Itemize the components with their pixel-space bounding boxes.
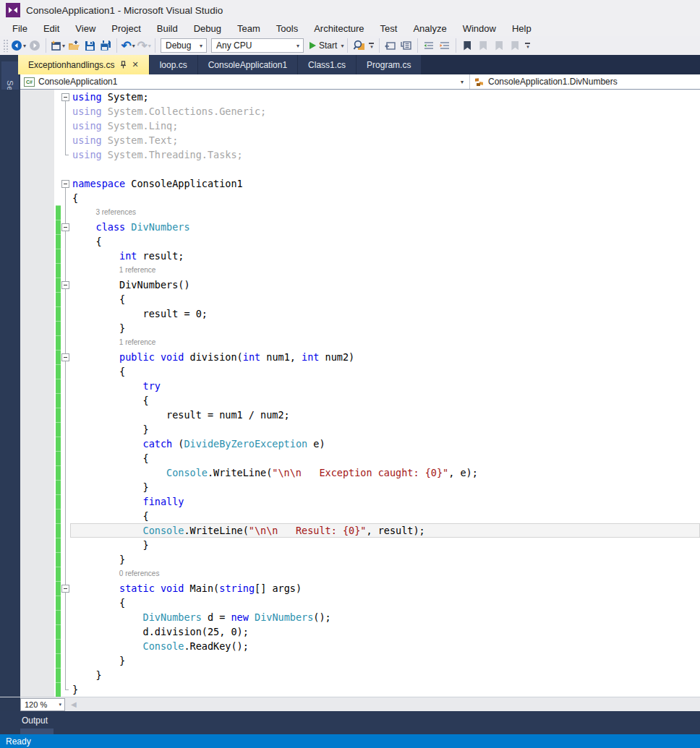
code-row[interactable]: } [0,422,700,437]
menu-item-analyze[interactable]: Analyze [405,22,454,35]
new-project-button[interactable]: ▾ [49,38,66,53]
member-dropdown[interactable]: ConsoleApplication1.DivNumbers [470,74,700,89]
find-in-files-button[interactable] [351,38,367,53]
code-row[interactable]: Console.ReadKey(); [0,639,700,653]
menu-item-debug[interactable]: Debug [186,22,229,35]
code-row[interactable]: using System.Text; [0,133,700,147]
codelens-row[interactable]: 0 references [0,567,700,581]
redo-dropdown[interactable]: ▾ [148,43,151,49]
navigate-forward-button[interactable] [27,38,43,53]
code-row[interactable]: } [0,682,700,697]
navigate-backward-dropdown[interactable]: ▾ [23,43,26,49]
code-row[interactable]: DivNumbers() [0,278,700,292]
previous-bookmark-button[interactable] [475,38,491,53]
editor-zoom-combo[interactable]: 120 % ▾ [20,698,65,711]
code-row[interactable]: } [0,480,700,494]
menu-item-test[interactable]: Test [372,22,406,35]
decrease-indent-button[interactable] [421,38,437,53]
start-debugging-button[interactable]: Start ▾ [306,38,344,53]
clear-bookmarks-button[interactable] [507,38,523,53]
code-row[interactable]: static void Main(string[] args) [0,581,700,596]
solution-configuration-combo[interactable]: Debug ▾ [161,38,207,53]
uncomment-selection-button[interactable] [398,38,414,53]
toggle-bookmark-button[interactable] [459,38,475,53]
document-tab-consoleapplication1[interactable]: ConsoleApplication1 [198,55,297,74]
code-row[interactable]: d.division(25, 0); [0,624,700,639]
codelens-row[interactable]: 3 references [0,205,700,220]
code-row[interactable]: DivNumbers d = new DivNumbers(); [0,610,700,624]
code-editor[interactable]: using System;using System.Collections.Ge… [0,90,700,697]
fold-collapse-icon[interactable] [61,281,69,289]
save-all-button[interactable] [98,38,114,53]
code-row[interactable]: { [0,234,700,249]
code-row[interactable]: using System; [0,90,700,104]
code-row[interactable]: class DivNumbers [0,220,700,234]
fold-collapse-icon[interactable] [61,223,69,231]
document-tab-loop-cs[interactable]: loop.cs [150,55,197,74]
menu-item-tools[interactable]: Tools [268,22,306,35]
menu-item-build[interactable]: Build [149,22,186,35]
next-bookmark-button[interactable] [491,38,507,53]
codelens-row[interactable]: 1 reference [0,263,700,278]
fold-collapse-icon[interactable] [61,93,69,101]
codelens-references[interactable]: 3 references [0,205,700,220]
code-row[interactable]: try [0,379,700,393]
codelens-row[interactable]: 1 reference [0,335,700,350]
code-row[interactable]: int result; [0,249,700,263]
comment-selection-button[interactable] [383,38,398,53]
code-row[interactable]: result = num1 / num2; [0,408,700,422]
code-row[interactable]: } [0,668,700,682]
solution-platform-combo[interactable]: Any CPU ▾ [211,38,304,53]
project-dropdown[interactable]: C# ConsoleApplication1 ▾ [20,74,470,89]
menu-item-team[interactable]: Team [229,22,268,35]
code-row[interactable]: using System.Threading.Tasks; [0,147,700,162]
code-row[interactable]: } [0,552,700,567]
navigate-backward-button[interactable]: ▾ [10,38,27,53]
fold-collapse-icon[interactable] [61,585,69,593]
codelens-references[interactable]: 1 reference [0,263,700,278]
menu-item-window[interactable]: Window [455,22,504,35]
menu-item-project[interactable]: Project [103,22,148,35]
toolbar-overflow-button[interactable]: ▾ [369,43,374,48]
code-row[interactable]: public void division(int num1, int num2) [0,350,700,364]
menu-item-help[interactable]: Help [504,22,539,35]
code-row[interactable]: { [0,364,700,379]
menu-item-edit[interactable]: Edit [35,22,67,35]
document-tab-class1-cs[interactable]: Class1.cs [298,55,356,74]
code-row[interactable]: { [0,451,700,465]
undo-dropdown[interactable]: ▾ [132,43,135,49]
undo-button[interactable]: ↶ ▾ [120,38,136,53]
pin-icon[interactable] [120,61,127,69]
code-row[interactable]: result = 0; [0,306,700,321]
document-tab-program-cs[interactable]: Program.cs [357,55,421,74]
codelens-references[interactable]: 1 reference [0,335,700,350]
code-row[interactable]: } [0,538,700,552]
code-row[interactable]: using System.Collections.Generic; [0,104,700,119]
code-row[interactable]: Console.WriteLine("\n\n Exception caught… [0,465,700,480]
code-row[interactable]: finally [0,494,700,509]
code-row[interactable]: namespace ConsoleApplication1 [0,176,700,191]
start-dropdown[interactable]: ▾ [341,43,343,49]
code-row[interactable]: { [0,509,700,523]
code-row[interactable]: { [0,596,700,610]
menu-item-file[interactable]: File [4,22,35,35]
output-panel-tab[interactable]: Output [22,715,48,726]
code-row[interactable]: Console.WriteLine("\n\n Result: {0}", re… [0,523,700,538]
menu-item-architecture[interactable]: Architecture [306,22,372,35]
document-tab-exceptionhandlings-cs[interactable]: Exceptionhandlings.cs✕ [18,55,149,74]
redo-button[interactable]: ↷ ▾ [136,38,152,53]
increase-indent-button[interactable] [437,38,453,53]
fold-collapse-icon[interactable] [61,180,69,188]
toolbar-drag-handle[interactable] [3,39,9,52]
close-icon[interactable]: ✕ [132,60,138,69]
code-row[interactable]: { [0,292,700,306]
fold-collapse-icon[interactable] [61,353,69,361]
horizontal-scrollbar[interactable]: ◀ [71,700,77,708]
open-file-button[interactable] [66,38,82,53]
toolbar-options-button[interactable]: ▾ [525,43,530,48]
code-row[interactable]: { [0,393,700,408]
code-row[interactable]: { [0,191,700,205]
menu-item-view[interactable]: View [67,22,103,35]
codelens-references[interactable]: 0 references [0,567,700,581]
new-project-dropdown[interactable]: ▾ [62,43,65,49]
